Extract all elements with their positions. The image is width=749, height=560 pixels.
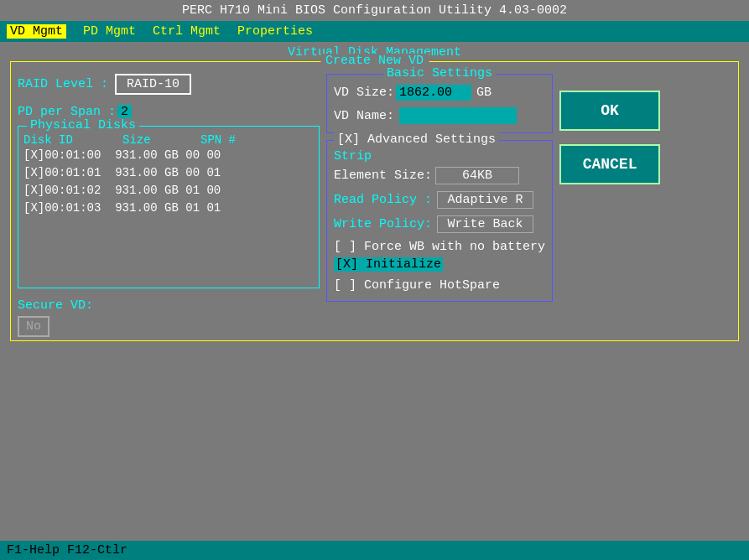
pd-per-span-value: 2 (117, 105, 132, 119)
left-column: RAID Level : RAID-10 PD per Span : 2 Phy… (18, 74, 320, 337)
secure-vd-row: Secure VD: No (18, 298, 320, 337)
disk-row[interactable]: [X]00:01:03 931.00 GB 01 01 (23, 200, 314, 217)
disk-row[interactable]: [X]00:01:01 931.00 GB 00 01 (23, 164, 314, 182)
raid-level-row: RAID Level : RAID-10 (18, 74, 320, 95)
raid-level-label: RAID Level : (18, 77, 108, 91)
vd-size-unit: GB (476, 86, 492, 100)
title-bar: PERC H710 Mini BIOS Configuration Utilit… (0, 0, 749, 21)
right-content: Basic Settings VD Size: GB VD Name: (326, 74, 553, 337)
basic-settings-title: Basic Settings (383, 66, 496, 80)
option-initialize[interactable]: [X] Initialize (334, 257, 545, 275)
read-policy-row: Read Policy : Adaptive R (334, 191, 545, 209)
strip-label: Strip (334, 149, 545, 163)
write-policy-value[interactable]: Write Back (437, 215, 533, 233)
status-text: F1-Help F12-Ctlr (7, 543, 127, 557)
raid-level-value[interactable]: RAID-10 (115, 74, 191, 95)
menu-pd-mgmt[interactable]: PD Mgmt (83, 24, 136, 39)
ok-button[interactable]: OK (559, 91, 660, 131)
advanced-settings-box: [X] Advanced Settings Strip Element Size… (326, 140, 553, 302)
vd-name-input[interactable] (399, 107, 517, 124)
advanced-settings-title: [X] Advanced Settings (334, 132, 499, 147)
menu-properties[interactable]: Properties (237, 24, 313, 39)
read-policy-label: Read Policy : (334, 193, 432, 207)
menu-bar: VD Mgmt PD Mgmt Ctrl Mgmt Properties (0, 21, 749, 42)
element-size-row: Element Size: 64KB (334, 167, 545, 184)
main-area: Virtual Disk Management Create New VD RA… (0, 42, 749, 346)
title-text: PERC H710 Mini BIOS Configuration Utilit… (182, 3, 567, 18)
disk-row[interactable]: [X]00:01:02 931.00 GB 01 00 (23, 182, 314, 200)
col-size: Size (122, 133, 194, 147)
button-column: OK CANCEL (559, 74, 668, 337)
disk-row[interactable]: [X]00:01:00 931.00 GB 00 00 (23, 147, 314, 164)
vd-name-label: VD Name: (334, 109, 394, 123)
option-force-wb[interactable]: [ ] Force WB with no battery (334, 240, 545, 254)
write-policy-label: Write Policy: (334, 217, 432, 231)
disk-header: Disk ID Size SPN # (23, 133, 314, 147)
pd-per-span-label: PD per Span : (18, 105, 116, 119)
right-section: Basic Settings VD Size: GB VD Name: (326, 74, 668, 337)
basic-settings-box: Basic Settings VD Size: GB VD Name: (326, 74, 553, 133)
option-configure-hotspare[interactable]: [ ] Configure HotSpare (334, 278, 545, 293)
element-size-value[interactable]: 64KB (435, 167, 519, 184)
cancel-button[interactable]: CANCEL (559, 144, 660, 184)
secure-vd-value[interactable]: No (18, 316, 49, 337)
vd-name-row: VD Name: (334, 107, 545, 124)
vd-size-row: VD Size: GB (334, 85, 545, 101)
vd-size-label: VD Size: (334, 86, 394, 100)
secure-vd-label: Secure VD: (18, 298, 93, 313)
physical-disks-title: Physical Disks (27, 118, 139, 132)
create-vd-box: Create New VD RAID Level : RAID-10 PD pe… (10, 61, 739, 341)
menu-vd-mgmt[interactable]: VD Mgmt (7, 24, 66, 39)
disk-rows: [X]00:01:00 931.00 GB 00 00 [X]00:01:01 … (23, 147, 314, 217)
element-size-label: Element Size: (334, 169, 432, 183)
status-bar: F1-Help F12-Ctlr (0, 541, 749, 560)
menu-ctrl-mgmt[interactable]: Ctrl Mgmt (153, 24, 221, 39)
write-policy-row: Write Policy: Write Back (334, 215, 545, 233)
pd-per-span-row: PD per Span : 2 (18, 105, 320, 119)
read-policy-value[interactable]: Adaptive R (437, 191, 533, 209)
physical-disks-box: Physical Disks Disk ID Size SPN # [X]00:… (18, 126, 320, 288)
col-disk-id: Disk ID (23, 133, 116, 147)
col-spn: SPN # (200, 133, 251, 147)
vd-size-input[interactable] (396, 85, 471, 101)
